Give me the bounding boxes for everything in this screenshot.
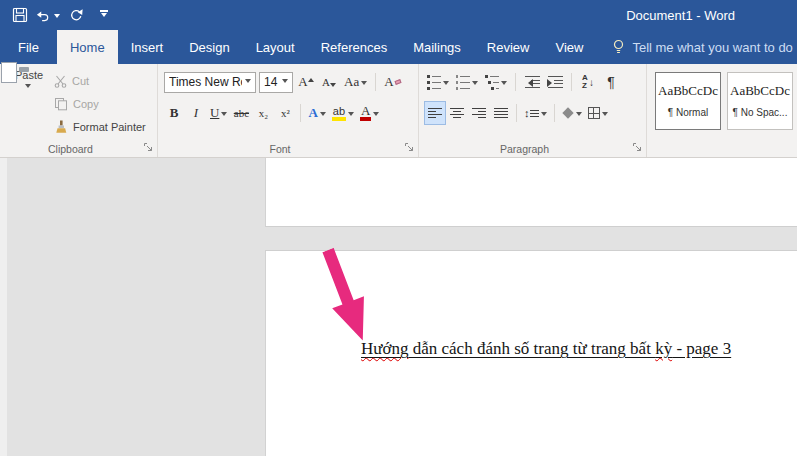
show-paragraph-marks-button[interactable]: ¶ bbox=[601, 71, 621, 93]
align-right-button[interactable] bbox=[469, 102, 489, 124]
separator bbox=[300, 104, 301, 122]
redo-button[interactable] bbox=[64, 4, 88, 26]
separator bbox=[375, 73, 376, 91]
page-previous-bottom[interactable] bbox=[265, 158, 797, 227]
multilevel-list-icon bbox=[485, 75, 499, 90]
strikethrough-button[interactable]: abc bbox=[231, 102, 251, 124]
shading-icon bbox=[562, 107, 573, 118]
tab-layout[interactable]: Layout bbox=[243, 30, 308, 64]
increase-indent-button[interactable] bbox=[545, 71, 565, 93]
undo-button[interactable] bbox=[36, 4, 60, 26]
font-size-dropdown-icon[interactable] bbox=[282, 79, 288, 86]
clear-formatting-button[interactable]: A bbox=[382, 71, 402, 93]
align-left-button[interactable] bbox=[425, 102, 445, 124]
group-styles: AaBbCcDc ¶ Normal AaBbCcDc ¶ No Spac... bbox=[647, 64, 797, 157]
underline-glyph: U bbox=[210, 105, 219, 121]
copy-button[interactable]: Copy bbox=[54, 94, 146, 114]
lightbulb-icon bbox=[612, 39, 625, 55]
align-center-button[interactable] bbox=[447, 102, 467, 124]
paragraph-dialog-launcher-icon[interactable] bbox=[632, 142, 643, 153]
shrink-font-button[interactable]: A bbox=[319, 71, 339, 93]
style-normal[interactable]: AaBbCcDc ¶ Normal bbox=[655, 72, 721, 130]
sort-icon: AZ ↓ bbox=[582, 74, 594, 90]
bold-button[interactable]: B bbox=[164, 102, 184, 124]
font-name-combo[interactable]: Times New Ro bbox=[164, 72, 256, 93]
highlight-glyph: ab bbox=[332, 105, 346, 121]
grow-font-button[interactable]: A bbox=[296, 71, 316, 93]
clipboard-dialog-launcher-icon[interactable] bbox=[143, 142, 154, 153]
font-color-button[interactable]: A bbox=[358, 102, 381, 124]
tab-insert[interactable]: Insert bbox=[118, 30, 177, 64]
scissors-icon bbox=[54, 75, 67, 88]
tab-review[interactable]: Review bbox=[474, 30, 543, 64]
group-clipboard: Paste Cut Copy bbox=[0, 64, 158, 157]
decrease-indent-icon bbox=[525, 76, 540, 88]
style-normal-name: ¶ Normal bbox=[656, 107, 720, 118]
borders-icon bbox=[588, 107, 600, 119]
font-color-glyph: A bbox=[360, 105, 371, 121]
paragraph-group-label: Paragraph bbox=[419, 143, 630, 155]
change-case-button[interactable]: Aa bbox=[342, 71, 369, 93]
paste-button[interactable]: Paste bbox=[5, 69, 51, 147]
tab-mailings[interactable]: Mailings bbox=[400, 30, 474, 64]
style-no-spacing-preview: AaBbCcDc bbox=[728, 83, 792, 99]
copy-icon bbox=[54, 97, 68, 111]
customize-qat-button[interactable] bbox=[92, 4, 116, 26]
italic-button[interactable]: I bbox=[186, 102, 206, 124]
align-right-icon bbox=[472, 108, 486, 118]
document-canvas: Hướng dẫn cách đánh số trang từ trang bấ… bbox=[0, 158, 797, 456]
sort-button[interactable]: AZ ↓ bbox=[578, 71, 598, 93]
font-dialog-launcher-icon[interactable] bbox=[404, 142, 415, 153]
paragraph-row-2: ↕ bbox=[425, 102, 610, 124]
underline-button[interactable]: U bbox=[208, 102, 229, 124]
font-size-combo[interactable]: 14 bbox=[259, 72, 293, 93]
shading-button[interactable] bbox=[560, 102, 584, 124]
tab-home[interactable]: Home bbox=[57, 30, 118, 64]
text-effects-button[interactable]: A bbox=[306, 102, 327, 124]
font-row-2: B I U abc x₂ x² A ab A bbox=[164, 102, 381, 124]
tell-me-box[interactable]: Tell me what you want to do bbox=[612, 30, 792, 64]
bullets-button[interactable] bbox=[425, 71, 451, 93]
save-button[interactable] bbox=[8, 4, 32, 26]
style-normal-preview: AaBbCcDc bbox=[656, 83, 720, 99]
superscript-button[interactable]: x² bbox=[275, 102, 295, 124]
redo-icon bbox=[68, 7, 84, 23]
font-name-dropdown-icon[interactable] bbox=[245, 79, 251, 86]
font-group-label: Font bbox=[158, 143, 402, 155]
style-no-spacing[interactable]: AaBbCcDc ¶ No Spac... bbox=[727, 72, 793, 130]
highlight-color-button[interactable]: ab bbox=[330, 102, 356, 124]
borders-button[interactable] bbox=[586, 102, 610, 124]
eraser-icon bbox=[394, 79, 401, 85]
cut-label: Cut bbox=[72, 75, 89, 87]
decrease-indent-button[interactable] bbox=[522, 71, 542, 93]
tab-file[interactable]: File bbox=[0, 30, 57, 64]
doc-line[interactable]: Hướng dẫn cách đánh số trang từ trang bấ… bbox=[361, 339, 731, 359]
clear-formatting-glyph: A bbox=[384, 74, 393, 90]
style-no-spacing-name: ¶ No Spac... bbox=[728, 107, 792, 118]
format-painter-button[interactable]: Format Painter bbox=[54, 117, 146, 137]
ribbon: Paste Cut Copy bbox=[0, 64, 797, 158]
multilevel-list-button[interactable] bbox=[483, 71, 509, 93]
customize-qat-icon bbox=[100, 10, 108, 20]
quick-access-toolbar bbox=[0, 4, 116, 26]
subscript-button[interactable]: x₂ bbox=[253, 102, 273, 124]
misspelled-word: kỳ bbox=[655, 339, 672, 358]
format-painter-label: Format Painter bbox=[73, 121, 146, 133]
left-edge-strip bbox=[0, 158, 7, 456]
undo-dropdown-icon[interactable] bbox=[54, 14, 60, 21]
line-spacing-button[interactable]: ↕ bbox=[522, 102, 549, 124]
increase-indent-icon bbox=[548, 76, 563, 88]
tab-design[interactable]: Design bbox=[176, 30, 242, 64]
cut-button[interactable]: Cut bbox=[54, 71, 146, 91]
undo-icon bbox=[36, 8, 50, 23]
clipboard-group-label: Clipboard bbox=[0, 143, 141, 155]
paste-clipboard-icon bbox=[13, 68, 15, 82]
numbering-button[interactable] bbox=[454, 71, 480, 93]
grow-font-glyph: A bbox=[298, 74, 307, 90]
tab-view[interactable]: View bbox=[542, 30, 596, 64]
justify-button[interactable] bbox=[491, 102, 511, 124]
tab-references[interactable]: References bbox=[308, 30, 400, 64]
ribbon-tab-row: File Home Insert Design Layout Reference… bbox=[0, 30, 797, 64]
paste-dropdown-icon[interactable] bbox=[25, 84, 31, 91]
text-effects-glyph: A bbox=[308, 105, 317, 121]
